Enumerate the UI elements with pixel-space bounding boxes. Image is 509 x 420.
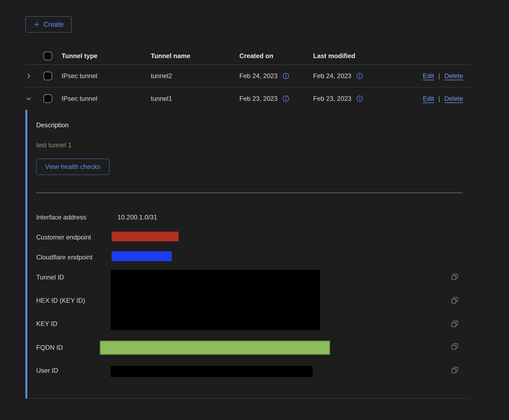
actions-separator: | [438,95,440,102]
ipsec-tunnels-page: Create Tunnel type Tunnel name Created o… [0,0,509,399]
created-on-cell: Feb 23, 2023 [239,95,313,102]
tunnel-name-cell: tunnel2 [151,72,239,80]
table-row-tunnel2: IPsec tunnel tunnel2 Feb 24, 2023 Feb 24… [25,65,471,87]
expander-cell [25,95,43,102]
description-label: Description [36,121,471,129]
row-checkbox-cell [43,72,62,80]
user-id-label: User ID [36,367,58,374]
last-modified-date: Feb 23, 2023 [313,95,351,102]
plus-icon [33,21,40,28]
header-last-modified: Last modified [313,52,471,60]
fqdn-id-label: FQDN ID [36,344,63,351]
create-button[interactable]: Create [25,16,72,32]
delete-link[interactable]: Delete [444,72,463,80]
info-icon[interactable] [356,95,363,102]
fqdn-id-redaction [100,341,330,355]
interface-address-label: Interface address [36,214,86,221]
tunnel-type-cell: IPsec tunnel [62,72,151,80]
row-checkbox[interactable] [43,72,52,80]
header-checkbox-cell [43,52,62,60]
customer-endpoint-redaction [112,232,179,241]
info-icon[interactable] [282,95,289,102]
chevron-down-icon[interactable] [25,95,32,102]
last-modified-date: Feb 24, 2023 [313,72,351,80]
copy-icon-key-id[interactable] [450,319,459,328]
customer-endpoint-label: Customer endpoint [36,234,91,241]
expander-cell [25,73,43,79]
row-actions: Edit | Delete [423,95,471,102]
user-id-redaction [111,366,313,377]
cloudflare-endpoint-label: Cloudflare endpoint [36,254,92,261]
created-on-date: Feb 24, 2023 [239,72,277,80]
hex-id-label: HEX ID (KEY ID) [36,297,85,304]
row-checkbox-cell [43,94,62,103]
created-on-cell: Feb 24, 2023 [239,72,313,80]
tunnel-details: Interface address 10.200.1.0/31 Customer… [36,193,471,398]
delete-link[interactable]: Delete [444,95,463,102]
info-icon[interactable] [282,72,289,79]
last-modified-cell: Feb 24, 2023 [313,72,423,80]
tunnel1-detail-panel: Description test tunnel 1 View health ch… [25,110,471,399]
view-health-checks-button[interactable]: View health checks [36,159,109,175]
key-id-label: KEY ID [36,320,57,328]
created-on-date: Feb 23, 2023 [239,95,277,102]
copy-icon-user-id[interactable] [450,365,459,375]
copy-icon-tunnel-id[interactable] [450,272,459,281]
edit-link[interactable]: Edit [423,72,434,80]
select-all-checkbox[interactable] [43,52,52,60]
edit-link[interactable]: Edit [423,95,434,102]
header-created-on: Created on [239,52,313,60]
row-checkbox[interactable] [43,94,52,103]
tunnels-table: Tunnel type Tunnel name Created on Last … [25,47,471,399]
last-modified-cell: Feb 23, 2023 [313,95,423,102]
description-value: test tunnel 1 [36,141,471,149]
header-tunnel-type: Tunnel type [62,52,151,60]
info-icon[interactable] [356,72,363,79]
actions-separator: | [438,72,440,80]
chevron-right-icon[interactable] [25,73,32,79]
interface-address-value: 10.200.1.0/31 [118,214,157,221]
header-tunnel-name: Tunnel name [151,52,239,60]
create-button-label: Create [43,21,64,28]
tunnel-type-cell: IPsec tunnel [62,95,151,102]
copy-icon-hex-id[interactable] [450,296,459,305]
table-row-tunnel1: IPsec tunnel tunnel1 Feb 23, 2023 Feb 23… [25,87,471,110]
id-values-redaction [111,270,320,330]
tunnel-id-label: Tunnel ID [36,274,64,281]
cloudflare-endpoint-redaction [112,251,172,261]
tunnel-name-cell: tunnel1 [151,95,239,102]
table-header-row: Tunnel type Tunnel name Created on Last … [25,47,471,65]
row-actions: Edit | Delete [423,72,471,80]
copy-icon-fqdn-id[interactable] [450,342,459,351]
